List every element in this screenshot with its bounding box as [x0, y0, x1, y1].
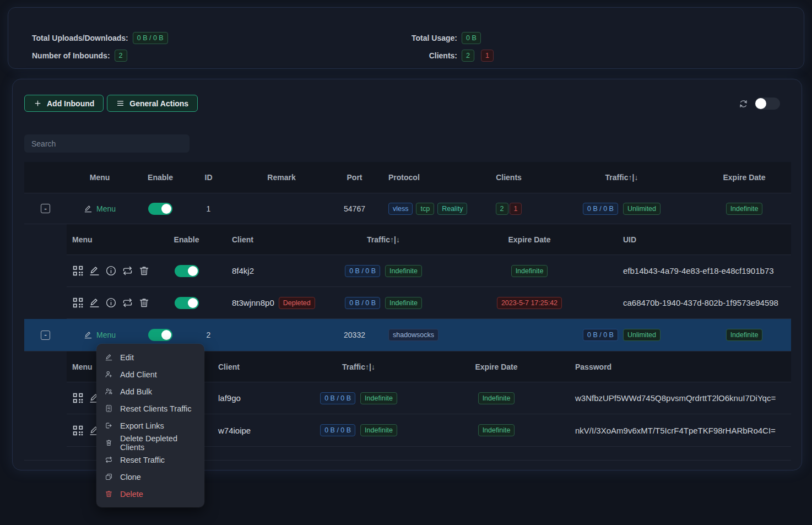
add-inbound-label: Add Inbound [47, 99, 94, 108]
client-name-text: 8t3wjnn8p0 [232, 298, 274, 307]
edit-icon[interactable] [89, 297, 100, 308]
inbound-port: 54767 [334, 204, 375, 213]
sub-header-traffic[interactable]: Traffic↑|↓ [301, 235, 466, 244]
client-password: nkV/I/3XoAm9v6xMT/T5IcrF4TpeTKF98rHARbRo… [575, 426, 776, 435]
clients-depleted-badge: 1 [510, 203, 522, 215]
collapse-toggle[interactable]: - [41, 331, 50, 340]
info-icon[interactable] [105, 265, 117, 277]
client-enable-toggle[interactable] [175, 297, 199, 309]
edit-icon [105, 353, 113, 361]
protocol-badge: shadowsocks [388, 329, 439, 341]
menu-item-add-bulk[interactable]: Add Bulk [96, 383, 204, 400]
stats-left-column: Total Uploads/Downloads: 0 B / 0 B Numbe… [32, 32, 168, 62]
reset-traffic-icon[interactable] [122, 265, 133, 277]
inbound-menu-label: Menu [96, 204, 116, 213]
client-row: 8t3wjnn8p0 Depleted 0 B / 0 B Indefinite… [67, 287, 791, 319]
total-uploads-downloads-badge: 0 B / 0 B [133, 32, 168, 44]
header-expire-date[interactable]: Expire Date [697, 173, 791, 182]
clients-header-row: Menu Enable Client Traffic↑|↓ Expire Dat… [67, 224, 791, 255]
menu-item-clone[interactable]: Clone [96, 468, 204, 485]
traffic-badge: 0 B / 0 B [583, 203, 618, 215]
sub-header-menu: Menu [67, 235, 166, 244]
top-controls [739, 98, 780, 110]
qrcode-icon[interactable] [72, 265, 84, 277]
header-protocol[interactable]: Protocol [375, 173, 472, 182]
client-actions [67, 265, 166, 277]
qrcode-icon[interactable] [72, 425, 84, 436]
plus-icon [34, 99, 42, 107]
menu-item-delete-depleted-clients[interactable]: Delete Depleted Clients [96, 434, 204, 451]
traffic-badge: 0 B / 0 B [320, 424, 355, 436]
menu-item-label: Edit [120, 353, 134, 362]
header-id[interactable]: ID [188, 173, 229, 182]
header-enable[interactable]: Enable [133, 173, 188, 182]
traffic-limit-badge: Indefinite [385, 265, 422, 277]
expire-badge: Indefinite [478, 424, 515, 436]
inbound-expire: Indefinite [697, 203, 791, 215]
general-actions-button[interactable]: General Actions [107, 95, 198, 112]
inbound-enable-toggle[interactable] [148, 203, 172, 215]
trash-clock-icon [105, 439, 113, 447]
edit-icon [84, 331, 93, 339]
client-uid: ca68470b-1940-437d-802b-1f9573e94598 [623, 298, 778, 307]
inbound-traffic: 0 B / 0 B Unlimited [546, 203, 697, 215]
menu-item-add-client[interactable]: Add Client [96, 366, 204, 383]
menu-item-export-links[interactable]: Export Links [96, 417, 204, 434]
sub-header-traffic[interactable]: Traffic↑|↓ [290, 362, 427, 371]
reset-traffic-icon[interactable] [122, 297, 133, 308]
inbound-port: 20332 [334, 331, 375, 339]
inbound-context-menu: Edit Add Client Add Bulk Reset Clients T… [96, 344, 204, 507]
auto-refresh-toggle[interactable] [755, 98, 780, 110]
menu-item-reset-traffic[interactable]: Reset Traffic [96, 451, 204, 468]
inbound-enable-toggle[interactable] [148, 329, 172, 341]
header-port[interactable]: Port [334, 173, 375, 182]
add-inbound-button[interactable]: Add Inbound [24, 95, 104, 112]
qrcode-icon[interactable] [72, 297, 84, 308]
user-add-icon [105, 370, 113, 378]
inbound-traffic: 0 B / 0 B Unlimited [546, 329, 697, 341]
expire-badge: 2023-5-7 17:25:42 [497, 297, 562, 309]
menu-item-label: Delete [120, 490, 143, 499]
delete-icon[interactable] [138, 297, 150, 308]
menu-item-label: Clone [120, 473, 141, 481]
inbound-protocols: vless tcp Reality [375, 203, 472, 215]
traffic-limit-badge: Indefinite [360, 392, 397, 404]
inbound-row-1: - Menu 1 54767 vless tcp Reality 2 1 [24, 193, 791, 224]
transport-badge: tcp [416, 203, 434, 215]
refresh-icon[interactable] [739, 99, 748, 109]
clients-label: Clients: [361, 50, 457, 62]
expire-badge: Indefinite [478, 392, 515, 404]
menu-item-label: Reset Clients Traffic [120, 404, 191, 413]
search-input[interactable] [24, 134, 190, 153]
delete-icon[interactable] [138, 265, 150, 277]
header-traffic-sort[interactable]: Traffic↑|↓ [546, 173, 697, 182]
inbound-clients-count: 2 1 [472, 203, 546, 215]
total-uploads-downloads-stat: Total Uploads/Downloads: 0 B / 0 B [32, 32, 168, 44]
qrcode-icon[interactable] [72, 392, 84, 404]
collapse-toggle[interactable]: - [41, 204, 50, 213]
inbound-menu-label: Menu [96, 331, 116, 339]
inbound-menu-button[interactable]: Menu [84, 331, 116, 339]
clone-icon [105, 473, 113, 481]
expire-badge: Indefinite [726, 329, 763, 341]
header-clients[interactable]: Clients [472, 173, 546, 182]
menu-item-label: Add Client [120, 370, 157, 379]
menu-item-edit[interactable]: Edit [96, 349, 204, 366]
inbound-menu-button[interactable]: Menu [84, 204, 116, 213]
inbound-1-clients-table: Menu Enable Client Traffic↑|↓ Expire Dat… [67, 224, 791, 319]
client-enable-toggle[interactable] [175, 265, 199, 277]
clients-active-badge: 2 [462, 50, 474, 62]
header-menu[interactable]: Menu [67, 173, 133, 182]
menu-item-reset-clients-traffic[interactable]: Reset Clients Traffic [96, 400, 204, 417]
number-of-inbounds-label: Number of Inbounds: [32, 51, 110, 60]
menu-item-delete[interactable]: Delete [96, 485, 204, 502]
traffic-limit-badge: Unlimited [623, 203, 661, 215]
menu-item-label: Delete Depleted Clients [120, 434, 196, 452]
header-remark[interactable]: Remark [229, 173, 334, 182]
inbound-id: 2 [188, 331, 229, 339]
traffic-limit-badge: Unlimited [623, 329, 661, 341]
edit-icon[interactable] [89, 265, 100, 277]
sub-header-expire: Expire Date [466, 235, 593, 244]
client-traffic: 0 B / 0 B Indefinite [290, 424, 427, 436]
info-icon[interactable] [105, 297, 117, 308]
